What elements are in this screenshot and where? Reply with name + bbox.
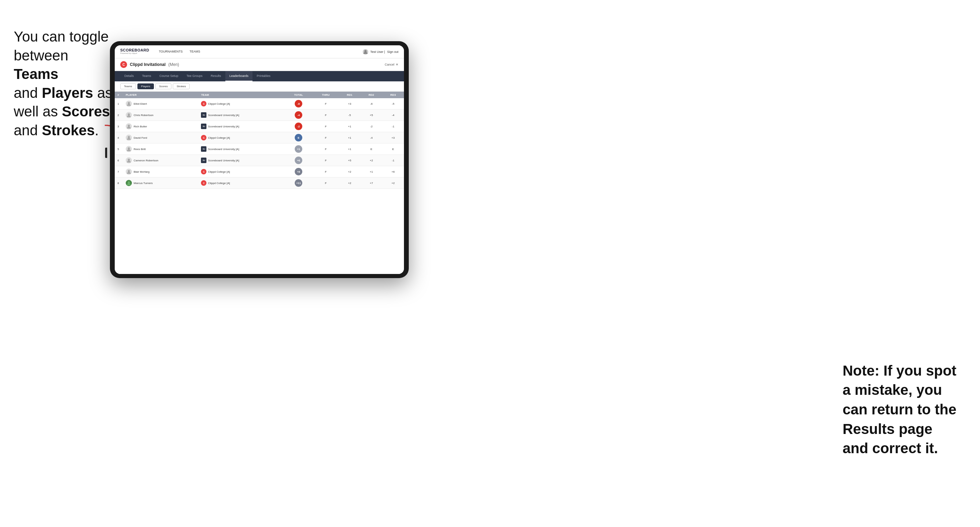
cell-rd1: +1	[339, 121, 360, 132]
cell-rank: 8	[115, 178, 123, 189]
tab-leaderboards[interactable]: Leaderboards	[225, 71, 253, 81]
tab-results[interactable]: Results	[207, 71, 225, 81]
cell-team: C Clippd College [A]	[198, 132, 284, 143]
user-avatar	[363, 49, 368, 55]
cell-thru: F	[313, 110, 339, 121]
cell-team: SU Scoreboard University [A]	[198, 143, 284, 155]
table-header-row: # PLAYER TEAM TOTAL THRU RD1 RD2 RD3	[115, 92, 404, 98]
cancel-button[interactable]: Cancel ✕	[385, 63, 398, 66]
cell-rd3: +2	[382, 178, 404, 189]
cell-player: Chris Robertson	[123, 110, 198, 121]
right-annotation: Note: If you spot a mistake, you can ret…	[843, 361, 959, 458]
cell-rank: 1	[115, 98, 123, 110]
cell-rd1: +3	[339, 98, 360, 110]
table-row: 6 Cameron Robertson SU Scoreboard Univer…	[115, 155, 404, 166]
cell-rd3: +6	[382, 166, 404, 178]
cell-team: C Clippd College [A]	[198, 166, 284, 178]
svg-point-8	[128, 170, 130, 172]
tab-printables[interactable]: Printables	[253, 71, 274, 81]
logo-sub: Powered by clippd	[120, 52, 149, 55]
cell-team: SU Scoreboard University [A]	[198, 155, 284, 166]
top-nav: SCOREBOARD Powered by clippd TOURNAMENTS…	[115, 45, 404, 58]
leaderboard-table: # PLAYER TEAM TOTAL THRU RD1 RD2 RD3 1 E…	[115, 92, 404, 274]
cell-total: +11	[285, 178, 313, 189]
cell-total: -2	[285, 121, 313, 132]
cell-player: Rees Britt	[123, 143, 198, 155]
cell-player: David Ford	[123, 132, 198, 143]
table-row: 7 Blair McHarg C Clippd College [A] +8 F…	[115, 166, 404, 178]
user-name: Test User |	[370, 50, 385, 54]
cell-rd1: -5	[339, 110, 360, 121]
col-rd1: RD1	[339, 92, 360, 98]
cell-rank: 6	[115, 155, 123, 166]
cell-player: Rich Butler	[123, 121, 198, 132]
tab-details[interactable]: Details	[120, 71, 138, 81]
cell-thru: F	[313, 132, 339, 143]
logo-text: SCOREBOARD	[120, 48, 149, 52]
cell-rank: 3	[115, 121, 123, 132]
cell-player: Cameron Robertson	[123, 155, 198, 166]
cell-thru: F	[313, 121, 339, 132]
svg-point-4	[128, 125, 130, 127]
left-annotation: You can toggle between Teams and Players…	[14, 27, 113, 140]
cell-thru: F	[313, 178, 339, 189]
table-row: 1 Elliot Ebert C Clippd College [A] -8 F…	[115, 98, 404, 110]
cell-thru: F	[313, 166, 339, 178]
filter-strokes-button[interactable]: Strokes	[173, 83, 189, 89]
filter-scores-button[interactable]: Scores	[155, 83, 172, 89]
sign-out-link[interactable]: Sign out	[387, 50, 398, 54]
cell-total: +1	[285, 143, 313, 155]
cell-rd2: -4	[360, 132, 382, 143]
tab-teams[interactable]: Teams	[138, 71, 156, 81]
tab-course-setup[interactable]: Course Setup	[155, 71, 182, 81]
col-thru: THRU	[313, 92, 339, 98]
players-table: # PLAYER TEAM TOTAL THRU RD1 RD2 RD3 1 E…	[115, 92, 404, 189]
cell-player: Blair McHarg	[123, 166, 198, 178]
svg-point-3	[128, 113, 130, 115]
cell-thru: F	[313, 155, 339, 166]
tablet-screen: SCOREBOARD Powered by clippd TOURNAMENTS…	[115, 45, 404, 274]
cell-total: +6	[285, 155, 313, 166]
cell-thru: F	[313, 143, 339, 155]
filter-bar: Teams Players Scores Strokes	[115, 81, 404, 92]
svg-point-9	[128, 181, 130, 183]
cell-rd3: -1	[382, 155, 404, 166]
cell-thru: F	[313, 98, 339, 110]
cell-rd2: +7	[360, 178, 382, 189]
nav-right: Test User | Sign out	[363, 49, 398, 55]
svg-point-2	[128, 102, 130, 104]
cell-rd1: +1	[339, 143, 360, 155]
nav-teams[interactable]: TEAMS	[187, 48, 203, 55]
cell-total: -8	[285, 98, 313, 110]
filter-players-button[interactable]: Players	[137, 83, 154, 89]
cell-rank: 5	[115, 143, 123, 155]
cell-team: C Clippd College [A]	[198, 178, 284, 189]
tournament-name: Clippd Invitational	[130, 62, 165, 67]
cell-total: E	[285, 132, 313, 143]
svg-point-5	[128, 136, 130, 138]
tabs-bar: Details Teams Course Setup Tee Groups Re…	[115, 71, 404, 81]
tournament-title: C Clippd Invitational (Men)	[120, 61, 179, 68]
svg-point-7	[128, 159, 130, 161]
cell-rd3: -5	[382, 98, 404, 110]
table-row: 2 Chris Robertson SU Scoreboard Universi…	[115, 110, 404, 121]
cell-rd3: E	[382, 143, 404, 155]
nav-tournaments[interactable]: TOURNAMENTS	[156, 48, 185, 55]
col-total: TOTAL	[285, 92, 313, 98]
cell-rd2: +2	[360, 155, 382, 166]
tablet-frame: SCOREBOARD Powered by clippd TOURNAMENTS…	[110, 41, 409, 278]
col-rd2: RD2	[360, 92, 382, 98]
cell-rank: 7	[115, 166, 123, 178]
col-rank: #	[115, 92, 123, 98]
cell-rd2: +1	[360, 166, 382, 178]
cell-team: SU Scoreboard University [A]	[198, 121, 284, 132]
table-row: 4 David Ford C Clippd College [A] E F +1…	[115, 132, 404, 143]
cell-player: Marcus Turners	[123, 178, 198, 189]
tournament-gender: (Men)	[168, 62, 179, 67]
tab-tee-groups[interactable]: Tee Groups	[182, 71, 207, 81]
scoreboard-logo: SCOREBOARD Powered by clippd	[120, 48, 149, 55]
table-row: 5 Rees Britt SU Scoreboard University [A…	[115, 143, 404, 155]
cell-rd2: -2	[360, 121, 382, 132]
filter-teams-button[interactable]: Teams	[120, 83, 136, 89]
cell-rank: 2	[115, 110, 123, 121]
